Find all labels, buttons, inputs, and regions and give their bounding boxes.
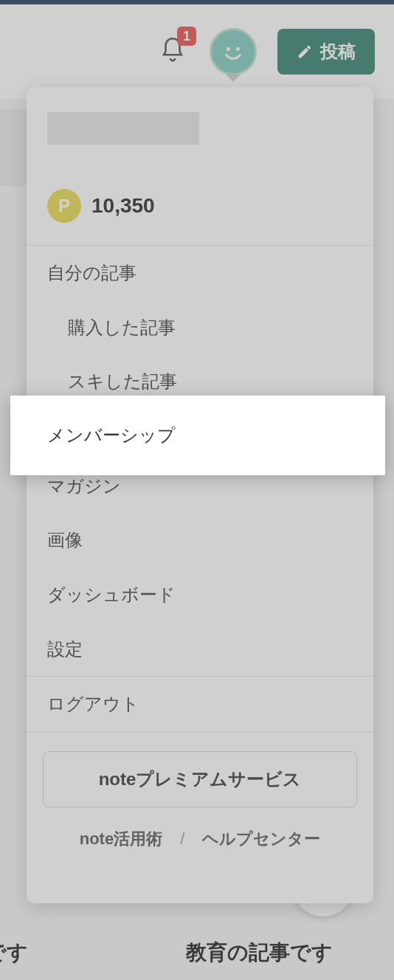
svg-point-0 <box>227 47 230 51</box>
svg-point-1 <box>236 47 240 51</box>
pencil-icon <box>297 44 313 60</box>
menu-membership[interactable]: メンバーシップ <box>10 396 385 475</box>
points-badge-icon: P <box>47 189 81 223</box>
header-bar: 1 投稿 <box>0 4 394 99</box>
post-button[interactable]: 投稿 <box>277 29 375 75</box>
points-value: 10,350 <box>91 194 155 218</box>
link-help-center[interactable]: ヘルプセンター <box>202 828 320 850</box>
menu-my-articles[interactable]: 自分の記事 <box>27 246 373 300</box>
premium-service-button[interactable]: noteプレミアムサービス <box>43 751 357 807</box>
user-name-row[interactable] <box>27 87 373 152</box>
background-text-right: 教育の記事です <box>186 939 333 967</box>
menu-membership-label: メンバーシップ <box>47 424 176 447</box>
post-button-label: 投稿 <box>320 40 356 63</box>
background-text-left: です <box>0 939 28 967</box>
smile-icon <box>217 35 249 68</box>
points-row[interactable]: P 10,350 <box>27 152 373 245</box>
menu-settings[interactable]: 設定 <box>27 622 373 677</box>
menu-dashboard[interactable]: ダッシュボード <box>27 567 373 622</box>
link-note-tips[interactable]: note活用術 <box>80 828 162 850</box>
user-dropdown: P 10,350 自分の記事 購入した記事 スキした記事 マガジン 画像 ダッシ… <box>27 87 373 903</box>
menu-images[interactable]: 画像 <box>27 513 373 567</box>
premium-service-label: noteプレミアムサービス <box>99 767 302 791</box>
divider <box>27 731 373 732</box>
notifications-button[interactable]: 1 <box>156 31 189 72</box>
menu-purchased-articles[interactable]: 購入した記事 <box>27 300 373 355</box>
background-card-edge <box>0 109 27 186</box>
dropdown-footer-links: note活用術 / ヘルプセンター <box>27 828 373 850</box>
menu-logout[interactable]: ログアウト <box>27 677 373 731</box>
avatar[interactable] <box>210 28 257 75</box>
notification-badge: 1 <box>177 27 196 46</box>
footer-separator: / <box>180 829 184 849</box>
user-name-placeholder <box>47 112 199 145</box>
